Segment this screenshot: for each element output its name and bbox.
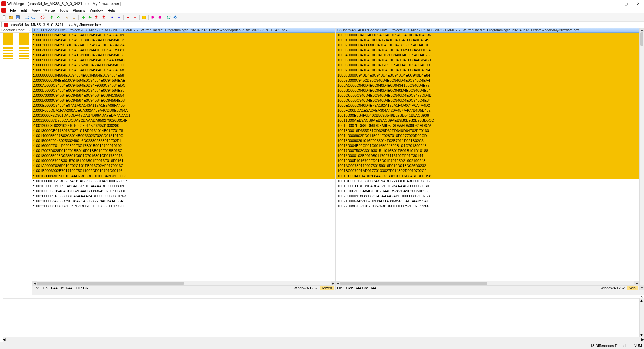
code-line[interactable]: :1000F000BDA1E2A2AEA304A420A457A4C7B4D5B… — [336, 108, 639, 113]
menu-help[interactable]: Help — [106, 8, 117, 12]
diff-prev-icon[interactable] — [55, 14, 61, 20]
doc-system-icon[interactable] — [1, 8, 6, 13]
code-line[interactable]: :10019000F1016702FD016D01F70125021902190… — [336, 158, 639, 163]
code-line[interactable]: :100030000C94584E0C94584E0C9441E00D94FB5… — [32, 48, 335, 53]
code-line[interactable]: :1000C0000C940D4E0C940D4E0C940D4E0C9477D… — [336, 93, 639, 98]
code-line[interactable]: :100140006902ED0115024F0287010F0277020D0… — [336, 133, 639, 138]
left-editor[interactable]: :100000000C94274E0C94584E0C94584E0C94584… — [32, 33, 335, 281]
code-line[interactable]: :100070000C94584E0C94584E0C94584E0C94584… — [32, 68, 335, 73]
code-line[interactable]: :100050000C94584E0C94584E0C94584E0D94A93… — [32, 58, 335, 63]
code-line[interactable]: :1001E00011BED9E4BB4C3E916BAAAABE0000080… — [336, 184, 639, 189]
copy-right-all-icon[interactable] — [94, 14, 100, 20]
code-line[interactable]: :100010000C94584E0C949EFB0C94584E0C94584… — [32, 38, 335, 43]
open-icon[interactable] — [8, 14, 14, 20]
code-line[interactable]: :1000B0000C940D4E0C940D4E0C940D4E0C940D4… — [336, 88, 639, 93]
code-line[interactable]: :100020000C9429FB0C94584E0C94584E0C94584… — [32, 43, 335, 48]
diff-left-view[interactable] — [3, 298, 321, 337]
code-line[interactable]: :1000E0000C940D4E79A182A125A1F4A0C4A0A4A… — [336, 103, 639, 108]
reload-icon[interactable] — [40, 14, 46, 20]
right-editor[interactable]: :100000000C94DC4D0C940D4E0C940D4E0C940D4… — [336, 33, 639, 281]
scroll-up-icon[interactable]: ▲ — [640, 28, 644, 32]
code-line[interactable]: :10022008C1D3CB7CC5763BD6DEDFD753EF61772… — [336, 204, 639, 209]
code-line[interactable]: :1001B0006902B7017102F5011902DF019701D90… — [32, 168, 335, 173]
code-line[interactable]: :10011000B7D980DA8CDA92DAAADA650279026D0… — [32, 118, 335, 123]
code-line[interactable]: :100080000C940D4E0C940D4E0C940D4E0C940D4… — [336, 73, 639, 78]
menu-tools[interactable]: Tools — [58, 8, 70, 12]
left-pane-path[interactable]: C:\...FE\Google Drive\_Projects\197_Mine… — [32, 28, 335, 33]
code-line[interactable]: :100050000C940D4E0C940D4E0C940D4E0C94ABB… — [336, 58, 639, 63]
left-hscroll[interactable]: ◀ ▶ — [32, 281, 335, 285]
code-line[interactable]: :1000C0000C94584E0C94584E0C94584E0D94135… — [32, 93, 335, 98]
code-line[interactable]: :10017007D028F019F01BB019F01BB019F01BB01… — [32, 148, 335, 153]
code-line[interactable]: :1001400055027B02C3014B0233023702CD01810… — [32, 133, 335, 138]
menu-edit[interactable]: Edit — [19, 8, 29, 12]
next-conflict-icon[interactable] — [116, 14, 122, 20]
code-line[interactable]: :100200000918688083CA6AAAA2ABE000000803F… — [336, 194, 639, 199]
code-line[interactable]: :1001300016D655D51CD628D62ED646D64702EF0… — [336, 128, 639, 133]
scroll-down-icon[interactable]: ▼ — [640, 285, 644, 290]
code-line[interactable]: :100010000C940D4E0D9405040C940D4E0C940D4… — [336, 38, 639, 43]
diff-first-icon[interactable] — [49, 14, 55, 20]
code-line[interactable]: :1001A0000F026F010F02C101FB016702AF01790… — [32, 163, 335, 168]
menu-window[interactable]: Window — [88, 8, 105, 12]
copy-left-all-icon[interactable] — [100, 14, 106, 20]
diff-vscroll[interactable]: ▲ ▼ — [639, 298, 644, 337]
code-line[interactable]: :100080000C94584E0C94584E0C94584E0C94584… — [32, 73, 335, 78]
code-line[interactable]: :1001D000C12F3D6C74319ABD56833DDA3D00C77… — [32, 179, 335, 184]
marker-prev-icon[interactable] — [125, 14, 131, 20]
code-line[interactable]: :100160004B02CF01C90165024502B101C701390… — [336, 143, 639, 148]
code-line[interactable]: :10021000634236B79BD8A71A39685618AEBAAB5… — [32, 199, 335, 204]
code-line[interactable]: :1000D0000C940D4E0C940D4E0C940D4E0C940D4… — [336, 98, 639, 103]
code-line[interactable]: :100170007502C3019301511016B01E501B101D1… — [336, 148, 639, 153]
code-line[interactable]: :1001E00011BED9E4BB4C3E916BAAAABE0000080… — [32, 184, 335, 189]
code-line[interactable]: :1001C000AF014D02084AD73B3BCE016E84BCBFF… — [336, 173, 639, 179]
code-line[interactable]: :100200000918688083CA6AAAA2ABE000000803F… — [32, 194, 335, 199]
code-line[interactable]: :1001F0003F05A84CCDB2D44EB93836A9020C50B… — [336, 189, 639, 194]
scroll-right-icon[interactable]: ▶ — [641, 337, 644, 342]
code-line[interactable]: :1001800035025D028501C901C7016301CF01730… — [32, 153, 335, 158]
scroll-right-icon[interactable]: ▶ — [331, 281, 335, 286]
prev-conflict-icon[interactable] — [109, 14, 115, 20]
refresh-icon[interactable] — [166, 14, 172, 20]
code-line[interactable]: :100060000C94584E0D9432520C94584E0C94584… — [32, 63, 335, 68]
code-line[interactable]: :100070000C940D4E0C940D4E0C940D4E0C940D4… — [336, 68, 639, 73]
scroll-up-icon[interactable]: ▲ — [640, 298, 643, 302]
menu-file[interactable]: FFileile — [8, 8, 18, 12]
code-line[interactable]: :100000000C94274E0C94584E0C94584E0C94584… — [32, 33, 335, 38]
code-line[interactable]: :100020000D9490030C940D4E0C9473B50C940D4… — [336, 43, 639, 48]
code-line[interactable]: :100040000C94584E0C9413BD0C94584E0C94584… — [32, 53, 335, 58]
location-pane-close-icon[interactable]: × — [29, 28, 31, 32]
merge-left-icon[interactable] — [157, 14, 163, 20]
code-line[interactable]: :100120007ED58FD59DD5A9D5E3D555D506D61AD… — [336, 123, 639, 128]
diff-hscroll[interactable]: ◀ ▶ — [3, 337, 644, 342]
undo-icon[interactable] — [24, 14, 30, 20]
code-line[interactable]: :100090000C9452D90C940D4E0C940D4E0C940D4… — [336, 78, 639, 83]
settings-icon[interactable] — [172, 14, 178, 20]
new-icon[interactable] — [1, 14, 7, 20]
save-icon[interactable] — [15, 14, 21, 20]
code-line[interactable]: :1000E0000C94584E97A1A0A143A112A1E2A08FA… — [32, 103, 335, 108]
code-line[interactable]: :10021000634236B79BD8A71A39685618AEBAAB5… — [336, 199, 639, 204]
redo-icon[interactable] — [31, 14, 37, 20]
document-tab[interactable]: prusa3d_fw_MK3S_3_9_0_3421.hex - My-firm… — [1, 22, 104, 27]
right-hscroll[interactable]: ◀ ▶ — [336, 281, 639, 285]
code-line[interactable]: :1001500090291016F0283014F02B7011F021B02… — [336, 138, 639, 143]
code-line[interactable]: :10022008C1D3CB7CC5763BD6DEDFD753EF61772… — [32, 204, 335, 209]
options-icon[interactable] — [141, 14, 147, 20]
code-line[interactable]: :10015006F024302530249016D023302383012F0… — [32, 138, 335, 143]
menu-plugins[interactable]: Plugins — [71, 8, 87, 12]
code-line[interactable]: :1000A0000C940D4E0C940D4E0D9434180C940D4… — [336, 83, 639, 88]
scroll-left-icon[interactable]: ◀ — [32, 281, 37, 286]
scroll-down-icon[interactable]: ▼ — [640, 333, 643, 337]
copy-left-icon[interactable] — [87, 14, 93, 20]
diff-last-icon[interactable] — [71, 14, 77, 20]
diff-next-icon[interactable] — [64, 14, 70, 20]
code-line[interactable]: :1000D0000C94584E0C94584E0C94584E0C94584… — [32, 98, 335, 103]
code-line[interactable]: :1001B0007901AD01770133027F014302D901070… — [336, 168, 639, 173]
code-line[interactable]: :1001D000C12F3D6C74319ABD56833DDA3D00C77… — [336, 179, 639, 184]
menu-view[interactable]: View — [30, 8, 42, 12]
code-line[interactable]: :10010000F2D901DA0DDA47DAB7D96ADA7EDA7AD… — [32, 113, 335, 118]
code-line[interactable]: :1001C00093015F01084AD73B3BCE016E84BCBFF… — [32, 173, 335, 179]
code-line[interactable]: :100180000102B9019B0117027116102FF01E301… — [336, 153, 639, 158]
code-line[interactable]: :100030000C940D4E0C940D4E0D94ED350C945FD… — [336, 48, 639, 53]
